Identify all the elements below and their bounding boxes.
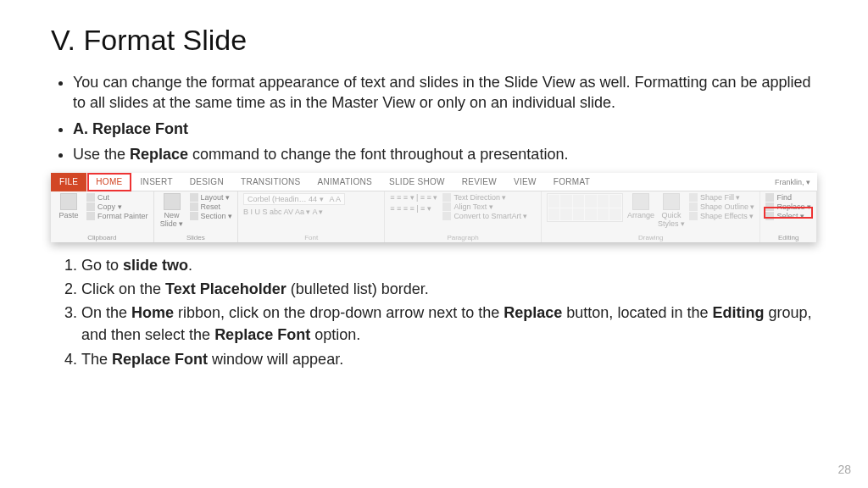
step-item: Go to slide two.: [81, 254, 817, 276]
tab-view[interactable]: VIEW: [505, 173, 545, 191]
format-painter-button[interactable]: Format Painter: [86, 212, 148, 220]
page-title: V. Format Slide: [51, 24, 817, 57]
align-text-icon: [442, 202, 451, 211]
copy-button[interactable]: Copy ▾: [86, 202, 148, 211]
new-slide-icon: [164, 193, 181, 210]
group-label-editing: Editing: [765, 234, 811, 241]
ribbon-screenshot: FILEHOMEINSERTDESIGNTRANSITIONSANIMATION…: [51, 173, 817, 242]
ribbon-tabs: FILEHOMEINSERTDESIGNTRANSITIONSANIMATION…: [51, 173, 817, 191]
group-drawing: Arrange Quick Styles ▾ Shape Fill ▾ Shap…: [542, 191, 761, 242]
replace-highlight: [764, 207, 813, 219]
tab-transitions[interactable]: TRANSITIONS: [232, 173, 309, 191]
align-text-button[interactable]: Align Text ▾: [442, 202, 527, 211]
para-row1[interactable]: ≡ ≡ ≡ ▾ | ≡ ≡ ▾: [390, 193, 437, 202]
section-button[interactable]: Section ▾: [190, 212, 233, 220]
tab-animations[interactable]: ANIMATIONS: [309, 173, 381, 191]
group-label-slides: Slides: [159, 234, 233, 241]
arrange-icon: [632, 193, 649, 210]
font-format-row[interactable]: B I U S abc AV Aa ▾ A ▾: [243, 208, 323, 216]
copy-icon: [86, 202, 95, 211]
account-label[interactable]: Franklin, ▾: [775, 178, 810, 186]
cut-icon: [86, 193, 95, 202]
arrange-button[interactable]: Arrange: [628, 193, 654, 219]
shape-outline-button[interactable]: Shape Outline ▾: [689, 202, 755, 211]
tab-design[interactable]: DESIGN: [181, 173, 232, 191]
tab-format[interactable]: FORMAT: [545, 173, 598, 191]
bullet-item: Use the Replace command to change the fo…: [73, 144, 817, 164]
paste-label: Paste: [58, 211, 78, 219]
page-number: 28: [837, 463, 851, 476]
format-painter-icon: [86, 212, 95, 220]
group-slides: New Slide ▾ Layout ▾ Reset Section ▾ Sli…: [154, 191, 239, 242]
group-paragraph: ≡ ≡ ≡ ▾ | ≡ ≡ ▾ ≡ ≡ ≡ ≡ | ≡ ▾ Text Direc…: [385, 191, 542, 242]
smartart-icon: [442, 212, 451, 220]
shape-effects-icon: [689, 212, 698, 220]
new-slide-button[interactable]: New Slide ▾: [159, 193, 185, 228]
quick-styles-icon: [663, 193, 680, 210]
find-button[interactable]: Find: [765, 193, 811, 202]
text-direction-icon: [442, 193, 451, 202]
tab-file[interactable]: FILE: [51, 173, 86, 191]
tab-slide-show[interactable]: SLIDE SHOW: [381, 173, 453, 191]
convert-smartart-button[interactable]: Convert to SmartArt ▾: [442, 212, 527, 220]
step-item: The Replace Font window will appear.: [81, 348, 817, 370]
group-font: Corbel (Headin… 44 ▾A A B I U S abc AV A…: [238, 191, 385, 242]
group-label-clipboard: Clipboard: [56, 234, 148, 241]
bullet-item: A. Replace Font: [73, 119, 817, 139]
font-picker[interactable]: Corbel (Headin… 44 ▾A A: [243, 193, 345, 205]
shape-fill-icon: [689, 193, 698, 202]
group-label-paragraph: Paragraph: [390, 234, 536, 241]
step-item: On the Home ribbon, click on the drop-do…: [81, 302, 817, 346]
cut-button[interactable]: Cut: [86, 193, 148, 202]
shape-outline-icon: [689, 202, 698, 211]
text-direction-button[interactable]: Text Direction ▾: [442, 193, 527, 202]
group-label-font: Font: [243, 234, 379, 241]
quick-styles-button[interactable]: Quick Styles ▾: [659, 193, 684, 228]
group-editing: Find Replace ▾ Select ▾ Editing: [760, 191, 817, 242]
new-slide-label: New Slide ▾: [160, 211, 184, 228]
paste-button[interactable]: Paste: [56, 193, 81, 219]
para-row2[interactable]: ≡ ≡ ≡ ≡ | ≡ ▾: [390, 204, 437, 213]
paste-icon: [60, 193, 77, 210]
reset-icon: [190, 202, 198, 211]
find-icon: [765, 193, 774, 202]
shape-fill-button[interactable]: Shape Fill ▾: [689, 193, 755, 202]
intro-bullets: You can change the format appearance of …: [51, 72, 817, 164]
tab-insert[interactable]: INSERT: [132, 173, 181, 191]
group-label-drawing: Drawing: [547, 234, 755, 241]
section-icon: [190, 212, 198, 220]
reset-button[interactable]: Reset: [190, 202, 233, 211]
layout-button[interactable]: Layout ▾: [190, 193, 233, 202]
steps-list: Go to slide two.Click on the Text Placeh…: [51, 254, 817, 369]
bullet-item: You can change the format appearance of …: [73, 72, 817, 114]
shape-effects-button[interactable]: Shape Effects ▾: [689, 212, 755, 220]
step-item: Click on the Text Placeholder (bulleted …: [81, 278, 817, 300]
shapes-gallery[interactable]: [547, 193, 623, 222]
tab-home[interactable]: HOME: [87, 173, 131, 191]
group-clipboard: Paste Cut Copy ▾ Format Painter Clipboar…: [51, 191, 154, 242]
layout-icon: [190, 193, 198, 202]
tab-review[interactable]: REVIEW: [453, 173, 505, 191]
